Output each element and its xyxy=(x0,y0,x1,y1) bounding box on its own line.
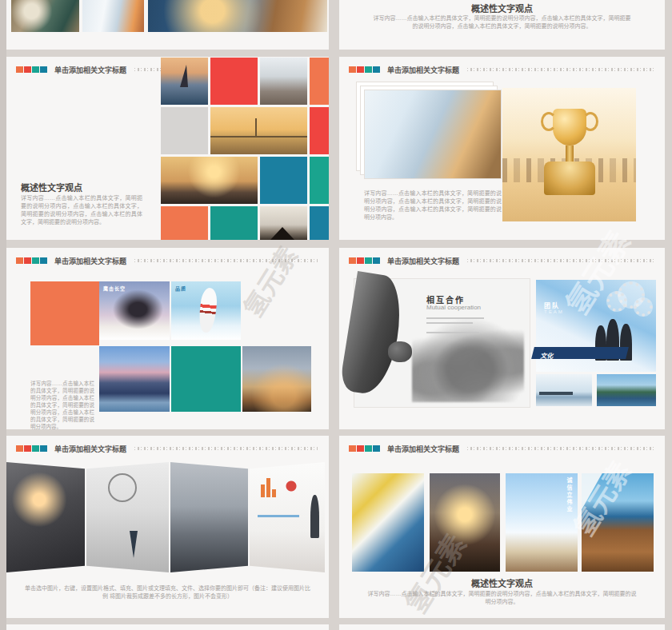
wavy-line xyxy=(134,259,318,262)
slide-title-bar: 单击添加相关文字标题 xyxy=(349,444,654,453)
accent-block-blue xyxy=(373,66,380,73)
accent-block-blue xyxy=(373,445,380,452)
overview-body: 详写内容……点击输入本栏的具体文字，简明扼要的说明分项内容，点击输入本栏的具体文… xyxy=(371,14,633,30)
photo-business-meeting xyxy=(260,58,307,105)
slide-thumbnail-accordion[interactable]: 单击添加相关文字标题 单击选中图片，右键，设置图片格式、填充、图片或文理填充、文… xyxy=(6,436,329,618)
slide-thumbnail-trophy[interactable]: 单击添加相关文字标题 详写内容……点击输入本栏的具体文字，简明扼要的说明分项内容… xyxy=(339,57,665,240)
photo-ship xyxy=(536,374,592,406)
slide-caption: 单击选中图片，右键，设置图片格式、填充、图片或文理填充、文件、选择你要的图片即可… xyxy=(22,584,313,600)
accent-block-red xyxy=(357,257,364,264)
accent-block-red xyxy=(24,66,31,73)
slide-title: 单击添加相关文字标题 xyxy=(387,65,459,75)
bowling-pin xyxy=(198,287,218,333)
photo-handshake-wolves: 相互合作 Mutual cooperation xyxy=(354,278,530,408)
team-label-cn: 团队 xyxy=(544,301,560,309)
slide-thumbnail-four-photos[interactable]: 单击添加相关文字标题 诚信立伟业 概述性文字观点 详写内容……点击输入本栏的具体… xyxy=(339,436,665,618)
slide-title: 单击添加相关文字标题 xyxy=(54,256,126,266)
photo-sketch-wall xyxy=(250,462,325,572)
trophy-base xyxy=(544,161,595,195)
gear-icon xyxy=(606,291,627,312)
text-line xyxy=(426,317,484,319)
slide-title-bar: 单击添加相关文字标题 xyxy=(16,65,166,74)
slide-thumbnail-top-right[interactable]: 概述性文字观点 详写内容……点击输入本栏的具体文字，简明扼要的说明分项内容，点击… xyxy=(339,0,665,50)
accent-block-orange xyxy=(349,257,356,264)
photo-man-lightbulb xyxy=(86,462,169,572)
accent-block-teal xyxy=(365,66,372,73)
slide-thumbnail-cooperation[interactable]: 单击添加相关文字标题 相互合作 Mutual cooperation 团队 TE… xyxy=(339,248,665,429)
photo-city-traveler xyxy=(170,462,248,572)
photo-mountain-lake xyxy=(99,346,170,412)
accent-block-red xyxy=(24,257,31,264)
photo-lake-hills xyxy=(597,374,656,406)
wavy-line xyxy=(467,68,654,71)
tile-teal xyxy=(210,206,258,240)
tile-orange xyxy=(161,206,208,240)
quality-poster-caption: 品质 xyxy=(175,285,186,292)
arm-shape xyxy=(339,271,406,397)
slide-thumbnail-mosaic[interactable]: 单击添加相关文字标题 概述性文字观点 详写内容……点击输入本栏的具体文字，简明扼… xyxy=(6,57,329,240)
slide-title-bar: 单击添加相关文字标题 xyxy=(349,256,654,265)
wolves-shape xyxy=(412,317,524,402)
tile-gray xyxy=(161,107,208,154)
wavy-line xyxy=(134,447,318,450)
photo-sailboat-yellow xyxy=(352,473,424,572)
photo-desk-still-life xyxy=(11,0,79,32)
slide-thumbnail-next-left[interactable] xyxy=(6,624,329,630)
tile-orange-large xyxy=(30,281,99,345)
accent-block-orange xyxy=(16,257,23,264)
accent-block-red xyxy=(357,445,364,452)
tile-red xyxy=(310,107,329,154)
tie-shape xyxy=(130,531,138,558)
slide-body: 详写内容……点击输入本栏的具体文字，简明扼要的说明分项内容，点击输入本栏的具体文… xyxy=(364,189,502,221)
slide-title: 单击添加相关文字标题 xyxy=(387,444,459,454)
accent-block-teal xyxy=(32,445,39,452)
text-line xyxy=(426,322,473,324)
wavy-line xyxy=(467,447,654,450)
lightbulb-sketch xyxy=(108,473,137,502)
wavy-line xyxy=(467,259,654,262)
tile-red xyxy=(210,58,258,105)
overview-heading: 概述性文字观点 xyxy=(339,2,665,14)
accent-block-teal xyxy=(365,445,372,452)
accent-block-orange xyxy=(16,445,23,452)
tile-blue xyxy=(310,206,329,240)
slide-title: 单击添加相关文字标题 xyxy=(54,65,126,75)
culture-ribbon: 文化 xyxy=(531,347,629,359)
photo-city-sunset xyxy=(161,157,258,204)
slide-title-bar: 单击添加相关文字标题 xyxy=(16,256,318,265)
accent-block-red xyxy=(24,445,31,452)
photo-statue-hand: 诚信立伟业 xyxy=(506,473,578,572)
slide-thumbnail-top-left[interactable] xyxy=(6,0,329,50)
accent-block-blue xyxy=(373,257,380,264)
slide-title: 单击添加相关文字标题 xyxy=(54,444,126,454)
slide-thumbnail-collage[interactable]: 单击添加相关文字标题 鹰击长空 品质 详写内容……点击输入本栏的具体文字，简明扼… xyxy=(6,248,329,429)
photo-city-dusk xyxy=(430,473,500,572)
photo-summit-figure xyxy=(260,206,307,240)
accent-block-blue xyxy=(40,257,47,264)
trophy-cup xyxy=(553,109,586,146)
photo-golden-trophy xyxy=(502,88,636,221)
accent-block-blue xyxy=(40,66,47,73)
fist-shape xyxy=(388,341,412,362)
accent-block-blue xyxy=(40,445,47,452)
template-preview-page: 概述性文字观点 详写内容……点击输入本栏的具体文字，简明扼要的说明分项内容，点击… xyxy=(0,0,672,630)
accent-block-teal xyxy=(32,257,39,264)
tile-orange xyxy=(310,58,329,105)
photo-building-stack xyxy=(364,90,500,177)
team-label-en: TEAM xyxy=(544,309,564,314)
photo-boat-deck xyxy=(582,473,654,572)
text-line xyxy=(426,332,479,333)
photo-boat-wake xyxy=(148,0,327,32)
photo-bridge-sunset xyxy=(210,107,307,154)
accent-block-orange xyxy=(16,66,23,73)
eagle-poster-caption: 鹰击长空 xyxy=(103,285,126,292)
photo-sailboats xyxy=(161,58,208,105)
overview-heading: 概述性文字观点 xyxy=(21,181,82,193)
photo-shopping-street xyxy=(242,346,311,412)
photo-skyscraper xyxy=(82,0,144,32)
accent-block-teal xyxy=(32,66,39,73)
accent-block-orange xyxy=(349,66,356,73)
photo-skyscrapers xyxy=(364,90,502,179)
slide-thumbnail-next-right[interactable] xyxy=(339,624,665,630)
overview-body: 详写内容……点击输入本栏的具体文字，简明扼要的说明分项内容，点击输入本栏的具体文… xyxy=(21,194,142,226)
